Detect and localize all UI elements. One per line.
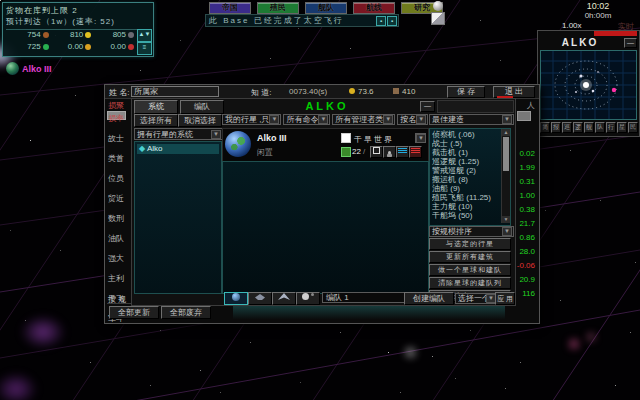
message-prev-button[interactable]: ▪	[376, 16, 386, 26]
mini-footer-button[interactable]: 队	[595, 122, 605, 133]
build-list-item[interactable]: 警戒巡舰 (2)	[432, 166, 501, 175]
build-list-item[interactable]: 油船 (9)	[432, 184, 501, 193]
filter-dropdown[interactable]: 我的行星 ,只▼	[222, 114, 281, 125]
create-squad-button[interactable]: 创建编队	[404, 292, 454, 305]
mini-footer-button[interactable]: 民	[628, 122, 638, 133]
world-type-label: 干旱世界	[354, 134, 394, 145]
cube-icon[interactable]	[431, 12, 445, 25]
row-label[interactable]: 油队	[108, 233, 132, 244]
row-label[interactable]: 损率	[108, 113, 132, 124]
discard-all-button[interactable]: 全部废弃	[161, 306, 211, 319]
window-titlebar[interactable]: 姓 名: 所属家 知 道: 0073.40(s) 73.6 410 保 存 退 …	[105, 85, 539, 99]
mini-window-minimize-button[interactable]: —	[624, 38, 637, 48]
system-list-item[interactable]: ◆ Alko	[137, 144, 219, 154]
cargo-list-button[interactable]: ≡	[137, 42, 152, 55]
planet-manager-window: 姓 名: 所属家 知 道: 0073.40(s) 73.6 410 保 存 退 …	[104, 84, 540, 324]
right-scroll-thumb[interactable]	[517, 111, 531, 121]
queue-button[interactable]	[396, 146, 409, 158]
nebula-purple-1	[20, 315, 66, 349]
tab-button[interactable]: 编队	[180, 100, 224, 114]
best-build-dropdown[interactable]: 最佳建造▼	[429, 114, 514, 125]
mini-footer-button[interactable]: 报	[551, 122, 561, 133]
mini-footer-button[interactable]: 行	[606, 122, 616, 133]
menu-button[interactable]: 殖民	[257, 2, 299, 14]
mini-footer-button[interactable]: 简	[540, 122, 550, 133]
selected-planet-marker[interactable]: Alko III	[6, 62, 52, 75]
filter-dropdown[interactable]: 所有管理者类▼	[332, 114, 395, 125]
menu-button[interactable]: 舰队	[305, 2, 347, 14]
mini-footer-button[interactable]: 星	[617, 122, 627, 133]
cargo-up-button[interactable]: ▲▼	[137, 29, 152, 42]
build-list-item[interactable]: 战士 (.5)	[432, 139, 501, 148]
filter-dropdown[interactable]: 按名▼	[397, 114, 428, 125]
population-chip-icon	[341, 147, 351, 157]
select-all-button[interactable]: 选择所有	[134, 114, 178, 127]
deselect-all-button[interactable]: 取消选择	[178, 114, 222, 127]
row2-left-label: 损聚	[108, 100, 124, 111]
update-all-button[interactable]: 全部更新	[109, 306, 159, 319]
crew-button[interactable]	[383, 146, 396, 158]
save-button[interactable]: 保 存	[447, 86, 485, 98]
alerts-button[interactable]	[409, 146, 422, 158]
build-list-item[interactable]: 侦察机 (.06)	[432, 130, 501, 139]
filter-dropdown[interactable]: 所有命令▼	[283, 114, 330, 125]
crate-icon	[393, 88, 399, 94]
filter-fighter-button[interactable]	[272, 292, 296, 305]
tab-button[interactable]: 系统	[134, 100, 178, 114]
name-input[interactable]: 所属家	[131, 86, 219, 97]
row-label[interactable]: 故士	[108, 133, 132, 144]
queue-action-button[interactable]: 做一个星球和建队	[429, 264, 511, 276]
chevron-down-icon: ▼	[416, 115, 426, 124]
sphere-icon[interactable]	[433, 1, 443, 11]
sort-dropdown[interactable]: 按规模排序▼	[429, 226, 514, 237]
mini-footer-button[interactable]: 巡	[562, 122, 572, 133]
build-list-item[interactable]: 巡逻舰 (1.25)	[432, 157, 501, 166]
manager-dropdown[interactable]: 选择一个管理▼	[455, 293, 498, 304]
queue-action-button[interactable]: 清除星球的建队列	[429, 277, 511, 289]
selected-planet-name: Alko III	[22, 64, 52, 74]
filter-moon-button[interactable]	[296, 292, 320, 305]
menu-button[interactable]: 帝国	[209, 2, 251, 14]
fighter-icon	[278, 293, 290, 300]
planet-checkbox[interactable]	[341, 133, 351, 143]
row-label[interactable]: 位员	[108, 173, 132, 184]
build-list-item[interactable]: 主力舰 (10)	[432, 202, 501, 211]
row-label[interactable]: 主利	[108, 273, 132, 284]
mini-footer-button[interactable]: 舰	[584, 122, 594, 133]
row-label[interactable]: 数刑	[108, 213, 132, 224]
mini-window-alert-bar	[594, 31, 637, 36]
queue-action-button[interactable]: 更新所有建筑	[429, 251, 511, 263]
select-planet-button[interactable]	[370, 146, 383, 158]
filter-planet-button[interactable]	[224, 292, 248, 305]
filter-dropdowns: 我的行星 ,只▼ 所有命令▼ 所有管理者类▼ 按名▼	[222, 114, 428, 125]
message-next-button[interactable]: ▪	[387, 16, 397, 26]
diamond-icon: ◆	[139, 144, 145, 153]
own-systems-dropdown[interactable]: 拥有行星的系统▼	[134, 128, 223, 140]
person-icon	[388, 151, 391, 154]
row-label[interactable]: 类首	[108, 153, 132, 164]
row-label[interactable]: 强大	[108, 253, 132, 264]
queue-action-button[interactable]: 与选定的行星	[429, 238, 511, 250]
build-list-item[interactable]: 搬运机 (8)	[432, 175, 501, 184]
squad-name-input[interactable]: 编队 1	[322, 292, 405, 303]
filter-ship-button[interactable]	[248, 292, 272, 305]
message-bar[interactable]: 此 Base 已经完成了太空飞行 ▪ ▪	[205, 14, 399, 27]
world-type-chevron[interactable]: ▼	[415, 133, 426, 143]
planet-detail-area[interactable]	[222, 161, 429, 294]
row-label[interactable]: 贸近	[108, 193, 132, 204]
planet-name: Alko III	[257, 133, 287, 143]
planet-row[interactable]: Alko III 闲置 干旱世界 ▼ 22 /	[222, 128, 429, 162]
scroll-thumb	[503, 137, 509, 171]
build-list-item[interactable]: 截击机 (1)	[432, 148, 501, 157]
mini-footer-button[interactable]: 逻	[573, 122, 583, 133]
system-map[interactable]	[540, 50, 637, 120]
build-scrollbar[interactable]: ▲ ▼	[501, 129, 510, 223]
crate-value: 410	[402, 87, 415, 96]
popup-header-cell	[437, 100, 514, 113]
popup-minimize-button[interactable]: —	[420, 101, 435, 112]
build-list-item[interactable]: 干船坞 (50)	[432, 211, 501, 220]
menu-button[interactable]: 航线	[353, 2, 395, 14]
apply-button[interactable]: 应 用	[495, 292, 515, 305]
build-list-item[interactable]: 殖民飞船 (11.25)	[432, 193, 501, 202]
square-icon	[373, 147, 380, 154]
